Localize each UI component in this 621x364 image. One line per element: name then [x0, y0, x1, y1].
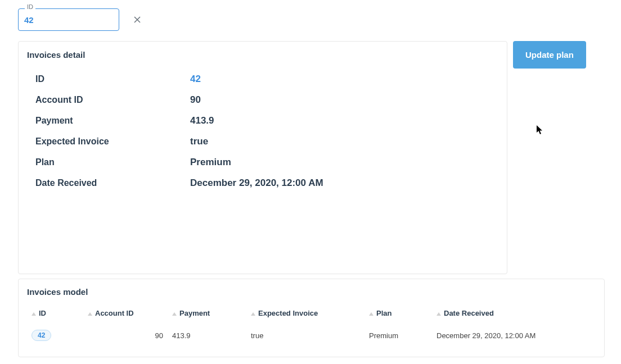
detail-row: Date ReceivedDecember 29, 2020, 12:00 AM	[35, 178, 490, 189]
col-header-expected[interactable]: Expected Invoice	[246, 307, 364, 325]
cell-payment: 413.9	[168, 325, 246, 345]
detail-value: 90	[190, 94, 201, 106]
sort-icon	[369, 312, 374, 316]
id-filter-wrap: ID	[18, 8, 119, 31]
sort-icon	[251, 312, 255, 316]
id-badge[interactable]: 42	[32, 330, 51, 341]
detail-card-title: Invoices detail	[27, 50, 498, 60]
detail-label: Date Received	[35, 178, 190, 188]
detail-label: ID	[35, 74, 190, 84]
model-card-title: Invoices model	[27, 287, 596, 297]
detail-label: Plan	[35, 157, 190, 167]
detail-row: Expected Invoicetrue	[35, 136, 490, 147]
sort-icon	[88, 312, 92, 316]
detail-value[interactable]: 42	[190, 74, 201, 85]
detail-row: Account ID90	[35, 94, 490, 106]
detail-value: true	[190, 136, 208, 147]
cell-expected: true	[246, 325, 364, 345]
detail-row: PlanPremium	[35, 157, 490, 168]
col-header-payment[interactable]: Payment	[168, 307, 246, 325]
cell-date: December 29, 2020, 12:00 AM	[432, 325, 596, 345]
clear-icon[interactable]	[133, 16, 141, 24]
detail-value: December 29, 2020, 12:00 AM	[190, 178, 323, 189]
detail-label: Payment	[35, 116, 190, 126]
detail-label: Expected Invoice	[35, 136, 190, 147]
detail-row: Payment413.9	[35, 115, 490, 126]
detail-value: Premium	[190, 157, 231, 168]
detail-label: Account ID	[35, 95, 190, 105]
sort-icon	[436, 312, 441, 316]
detail-row: ID42	[35, 74, 490, 85]
cell-plan: Premium	[364, 325, 432, 345]
id-filter-input[interactable]	[24, 15, 133, 25]
update-plan-button[interactable]: Update plan	[513, 41, 586, 69]
id-filter-label: ID	[25, 3, 35, 10]
col-header-date[interactable]: Date Received	[432, 307, 596, 325]
detail-value: 413.9	[190, 115, 214, 126]
invoices-model-card: Invoices model ID Account ID Payment Exp…	[18, 279, 605, 357]
col-header-id[interactable]: ID	[27, 307, 83, 325]
invoices-detail-card: Invoices detail ID42Account ID90Payment4…	[18, 41, 507, 274]
table-row[interactable]: 42 90 413.9 true Premium December 29, 20…	[27, 325, 596, 345]
col-header-accountid[interactable]: Account ID	[83, 307, 168, 325]
sort-icon	[32, 312, 36, 316]
sort-icon	[172, 312, 177, 316]
col-header-plan[interactable]: Plan	[364, 307, 432, 325]
cell-accountid: 90	[83, 325, 168, 345]
